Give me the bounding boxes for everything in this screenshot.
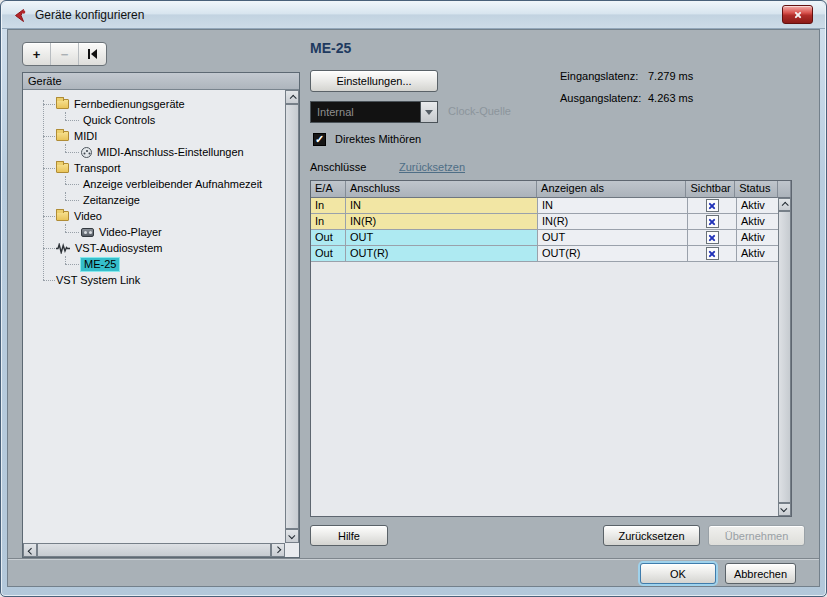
apply-button[interactable]: Übernehmen (708, 525, 805, 546)
column-header-port: Anschluss (346, 181, 537, 198)
table-header-row: E/A Anschluss Anzeigen als Sichtbar Stat… (311, 181, 791, 198)
clock-source-select[interactable]: Internal (310, 101, 438, 123)
skip-to-start-icon (87, 49, 98, 59)
visible-cell (688, 230, 737, 246)
dialog-content: + − Geräte Fernbedienungsgeräte Quick Co… (7, 29, 820, 587)
visible-checkbox[interactable] (706, 199, 719, 212)
status-cell: Aktiv (737, 198, 780, 214)
column-header-status: Status (735, 181, 778, 198)
table-row[interactable]: In IN(R) IN(R) Aktiv (311, 214, 791, 230)
display-as-cell[interactable]: OUT (538, 230, 688, 246)
status-cell: Aktiv (737, 214, 780, 230)
chevron-up-icon (289, 94, 296, 101)
chevron-down-icon (425, 110, 433, 115)
cubase-logo-icon (11, 7, 28, 24)
port-cell: IN (346, 198, 538, 214)
remove-device-button[interactable]: − (50, 43, 78, 65)
visible-checkbox[interactable] (706, 247, 719, 260)
tree-item-vst-system-link[interactable]: VST System Link (23, 272, 285, 288)
scrollbar-thumb[interactable] (778, 211, 791, 503)
x-mark-icon (709, 202, 716, 209)
tree-item-label: Video (74, 210, 102, 222)
direct-monitoring-checkbox[interactable]: ✓ (313, 133, 326, 146)
x-mark-icon (709, 218, 716, 225)
scroll-up-button[interactable] (285, 90, 299, 104)
chevron-up-icon (782, 202, 789, 209)
folder-icon (56, 131, 69, 141)
tree-item-transport[interactable]: Transport (23, 160, 285, 176)
ports-reset-link[interactable]: Zurücksetzen (399, 161, 465, 173)
tree-item-video-player[interactable]: Video-Player (23, 224, 285, 240)
status-cell: Aktiv (737, 246, 780, 262)
tree-item-label: Transport (74, 162, 121, 174)
display-as-cell[interactable]: OUT(R) (538, 246, 688, 262)
visible-cell (688, 214, 737, 230)
chevron-down-icon (288, 532, 295, 539)
column-header-io: E/A (311, 181, 346, 198)
reset-button[interactable]: Zurücksetzen (603, 525, 700, 546)
ports-section-label: Anschlüsse (310, 161, 366, 173)
visible-checkbox[interactable] (706, 215, 719, 228)
port-cell: OUT (346, 230, 538, 246)
tree-horizontal-scrollbar[interactable] (23, 543, 285, 557)
tree-item-label: VST System Link (56, 274, 140, 286)
tree-item-label: Video-Player (99, 226, 162, 238)
display-as-cell[interactable]: IN(R) (538, 214, 688, 230)
add-device-button[interactable]: + (23, 43, 50, 65)
midi-port-icon (81, 147, 92, 158)
tree-item-midi[interactable]: MIDI (23, 128, 285, 144)
x-mark-icon (709, 234, 716, 241)
chevron-left-icon (27, 547, 34, 554)
clock-source-value: Internal (311, 102, 420, 122)
device-tree: Fernbedienungsgeräte Quick Controls MIDI… (23, 90, 285, 543)
scrollbar-thumb[interactable] (285, 104, 299, 529)
tree-item-me25[interactable]: ME-25 (23, 256, 285, 272)
scroll-up-button[interactable] (778, 198, 791, 211)
help-button[interactable]: Hilfe (310, 525, 388, 546)
close-icon (794, 11, 802, 19)
column-header-spacer (778, 181, 791, 198)
reset-devices-button[interactable] (78, 43, 106, 65)
tree-vertical-scrollbar[interactable] (285, 90, 299, 543)
table-row[interactable]: Out OUT(R) OUT(R) Aktiv (311, 246, 791, 262)
tree-item-zeitanzeige[interactable]: Zeitanzeige (23, 192, 285, 208)
x-mark-icon (709, 250, 716, 257)
dropdown-arrow[interactable] (420, 102, 437, 122)
title-bar[interactable]: Geräte konfigurieren (2, 2, 825, 29)
visible-cell (688, 246, 737, 262)
io-cell: Out (311, 246, 346, 262)
dialog-window: Geräte konfigurieren + − Geräte (0, 0, 827, 597)
footer-divider (8, 558, 819, 559)
io-cell: In (311, 214, 346, 230)
chevron-right-icon (274, 546, 281, 553)
tree-item-anzeige-aufnahmezeit[interactable]: Anzeige verbleibender Aufnahmezeit (23, 176, 285, 192)
display-as-cell[interactable]: IN (538, 198, 688, 214)
chevron-down-icon (780, 505, 787, 512)
column-header-display-as: Anzeigen als (537, 181, 686, 198)
output-latency-value: 4.263 ms (648, 92, 693, 104)
tree-item-quick-controls[interactable]: Quick Controls (23, 112, 285, 128)
visible-cell (688, 198, 737, 214)
visible-checkbox[interactable] (706, 231, 719, 244)
scroll-right-button[interactable] (271, 543, 285, 557)
close-button[interactable] (782, 5, 813, 24)
scrollbar-thumb[interactable] (37, 543, 271, 557)
tree-item-midi-anschluss[interactable]: MIDI-Anschluss-Einstellungen (23, 144, 285, 160)
scroll-down-button[interactable] (285, 529, 299, 543)
tree-item-video[interactable]: Video (23, 208, 285, 224)
cancel-button[interactable]: Abbrechen (725, 563, 796, 584)
table-vertical-scrollbar[interactable] (778, 198, 791, 516)
folder-icon (56, 211, 69, 221)
settings-button[interactable]: Einstellungen... (310, 70, 438, 92)
tree-item-fernbedienungsgeraete[interactable]: Fernbedienungsgeräte (23, 96, 285, 112)
input-latency-label: Eingangslatenz: (560, 70, 638, 82)
port-cell: OUT(R) (346, 246, 538, 262)
scroll-down-button[interactable] (778, 503, 791, 516)
scroll-left-button[interactable] (23, 543, 37, 557)
table-row[interactable]: In IN IN Aktiv (311, 198, 791, 214)
tree-item-label: Quick Controls (83, 114, 155, 126)
tree-item-vst-audiosystem[interactable]: VST-Audiosystem (23, 240, 285, 256)
ok-button[interactable]: OK (640, 563, 716, 584)
tree-item-label: ME-25 (80, 257, 120, 272)
table-row[interactable]: Out OUT OUT Aktiv (311, 230, 791, 246)
